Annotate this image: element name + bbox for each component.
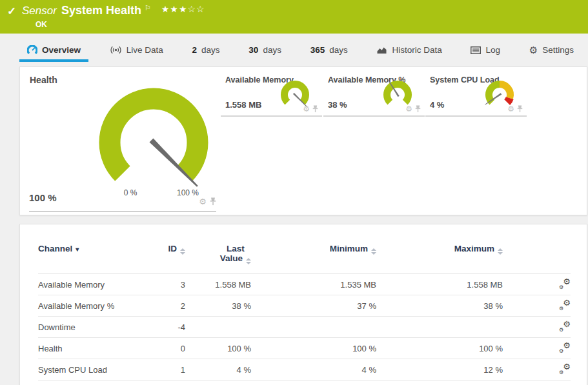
column-label: Minimum: [330, 244, 368, 253]
available-memory-gauge-tile: Available Memory 1.558 MB ⚙: [221, 72, 322, 117]
channel-name: System CPU Load: [38, 359, 128, 380]
channel-settings-icon[interactable]: ⚙⚙: [559, 321, 571, 331]
pin-icon[interactable]: [210, 197, 216, 206]
channel-last-value: [185, 317, 251, 338]
sensor-title: System Health: [61, 4, 141, 17]
tab-settings[interactable]: ⚙ Settings: [522, 34, 582, 66]
flag-icon[interactable]: ⚐: [145, 5, 151, 11]
channel-settings-icon[interactable]: ⚙⚙: [559, 364, 571, 374]
gauge-value: 4 %: [430, 100, 444, 110]
channel-maximum: [376, 317, 503, 338]
channel-name: Available Memory: [38, 274, 128, 295]
channel-minimum: 4 %: [251, 359, 376, 380]
system-cpu-load-gauge-tile: System CPU Load 4 % ⚙: [425, 72, 527, 117]
column-header-actions: [503, 240, 571, 274]
channel-maximum: 100 %: [376, 338, 503, 359]
column-header-last-value[interactable]: LastValue: [185, 240, 251, 274]
tab-2-days[interactable]: 2 days: [185, 34, 228, 66]
tab-label: Log: [485, 45, 500, 55]
status-ok-check-icon: ✓: [7, 5, 16, 18]
channel-id: 3: [128, 274, 185, 295]
channel-minimum: [251, 317, 376, 338]
tab-live-data[interactable]: Live Data: [102, 34, 171, 66]
tab-label: days: [263, 45, 281, 55]
tab-label: Settings: [542, 45, 574, 55]
pin-icon[interactable]: [312, 105, 318, 113]
gauge-settings-gear-icon[interactable]: ⚙: [405, 105, 412, 113]
channel-name: Health: [38, 338, 128, 359]
table-row: Health 0 100 % 100 % 100 % ⚙⚙: [38, 338, 571, 359]
table-row: Downtime -4 ⚙⚙: [38, 317, 571, 338]
column-label: Last: [227, 244, 245, 253]
tab-log[interactable]: Log: [463, 34, 508, 66]
gauge-value: 38 %: [328, 100, 347, 110]
health-gauge: [86, 83, 221, 199]
channel-minimum: 100 %: [251, 338, 376, 359]
channel-minimum: 1.535 MB: [251, 274, 376, 295]
table-row: System CPU Load 1 4 % 4 % 12 % ⚙⚙: [38, 359, 571, 380]
gauge-title: Health: [30, 75, 57, 85]
tab-30-days[interactable]: 30 days: [241, 34, 289, 66]
column-label: Channel: [38, 244, 72, 253]
channel-maximum: 38 %: [376, 295, 503, 317]
pin-icon[interactable]: [517, 105, 523, 113]
sensor-status-text: OK: [35, 20, 205, 29]
sort-icon: [180, 248, 185, 255]
priority-stars[interactable]: ★★★☆☆: [161, 4, 205, 14]
channels-table: Channel▾ ID LastValue Minimum Maximum Av…: [38, 240, 571, 380]
tab-number: 365: [310, 45, 325, 55]
tab-number: 2: [192, 45, 198, 55]
tile-divider: [323, 115, 425, 117]
channel-last-value: 1.558 MB: [185, 274, 251, 295]
sensor-title-block: Sensor System Health ⚐ ★★★☆☆ OK: [22, 4, 205, 29]
gauges-panel: Health 0 % 100 % 100 % ⚙ Available Memor…: [19, 66, 587, 215]
table-row: Available Memory % 2 38 % 37 % 38 % ⚙⚙: [38, 295, 571, 317]
gauge-value: 100 %: [29, 192, 57, 203]
tab-historic-data[interactable]: Historic Data: [369, 34, 449, 66]
channel-name: Available Memory %: [38, 295, 128, 317]
channel-settings-icon[interactable]: ⚙⚙: [559, 279, 571, 289]
tab-overview[interactable]: Overview: [19, 34, 88, 66]
gauge-icon: [27, 45, 37, 55]
channel-name: Downtime: [38, 317, 128, 338]
log-list-icon: [471, 46, 481, 54]
column-header-channel[interactable]: Channel▾: [38, 240, 128, 274]
column-header-maximum[interactable]: Maximum: [376, 240, 503, 274]
gauge-settings-gear-icon[interactable]: ⚙: [303, 105, 310, 113]
channel-maximum: 1.558 MB: [376, 274, 503, 295]
pin-icon[interactable]: [415, 105, 421, 113]
channels-panel: Channel▾ ID LastValue Minimum Maximum Av…: [19, 224, 587, 385]
tile-divider: [29, 211, 216, 212]
column-header-id[interactable]: ID: [128, 240, 185, 274]
tab-365-days[interactable]: 365 days: [303, 34, 356, 66]
historic-chart-icon: [376, 46, 387, 54]
gauge-scale-max: 100 %: [170, 188, 206, 197]
channel-last-value: 38 %: [185, 295, 251, 317]
column-header-minimum[interactable]: Minimum: [251, 240, 376, 274]
tile-divider: [425, 115, 527, 117]
channel-id: 0: [128, 338, 185, 359]
gauge-value: 1.558 MB: [225, 100, 261, 110]
stars-filled: ★★★: [161, 4, 188, 14]
health-gauge-tile: Health 0 % 100 % 100 % ⚙: [20, 67, 224, 215]
column-label: Maximum: [454, 244, 494, 253]
tile-divider: [221, 115, 322, 117]
gauge-settings-gear-icon[interactable]: ⚙: [507, 105, 514, 113]
sensor-kind-label: Sensor: [22, 5, 57, 17]
tab-label: Historic Data: [392, 45, 441, 55]
column-label: ID: [168, 244, 177, 253]
channel-settings-icon[interactable]: ⚙⚙: [559, 342, 571, 353]
sort-icon: [246, 258, 251, 264]
column-label: Value: [220, 253, 243, 263]
gear-icon: ⚙: [529, 44, 538, 56]
sort-caret-icon: ▾: [76, 246, 79, 253]
sort-icon: [371, 248, 376, 255]
live-data-icon: [110, 46, 122, 54]
tab-label: Live Data: [127, 45, 163, 55]
gauge-settings-gear-icon[interactable]: ⚙: [199, 197, 207, 206]
tab-label: days: [201, 45, 220, 55]
tab-label: days: [329, 45, 348, 55]
channel-settings-icon[interactable]: ⚙⚙: [559, 300, 571, 310]
channel-id: -4: [128, 317, 185, 338]
sensor-header: ✓ Sensor System Health ⚐ ★★★☆☆ OK: [0, 0, 588, 34]
